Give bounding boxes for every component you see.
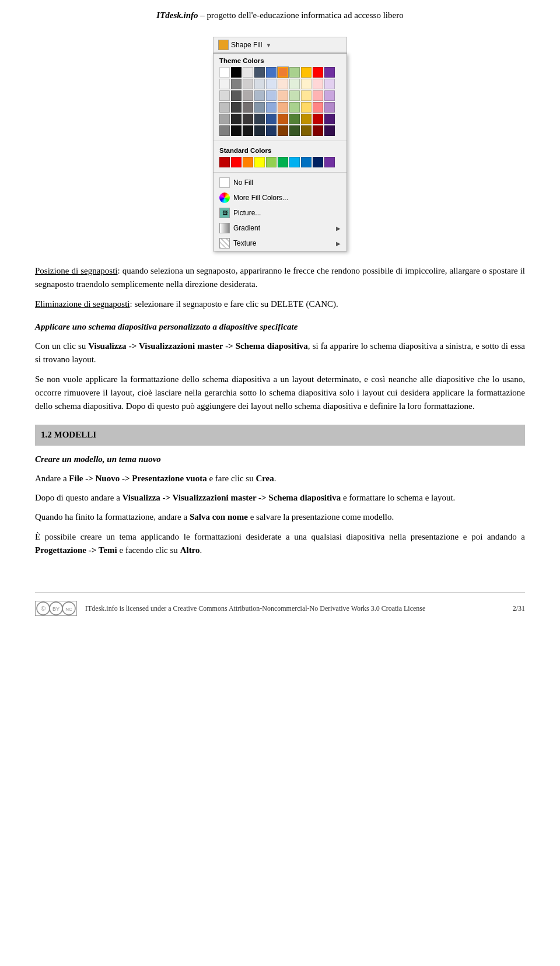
theme-color-swatch[interactable] (278, 114, 288, 124)
standard-color-swatch[interactable] (313, 157, 323, 167)
theme-color-swatch[interactable] (266, 79, 276, 89)
theme-color-swatch[interactable] (278, 67, 288, 78)
theme-color-swatch[interactable] (243, 102, 253, 113)
theme-color-swatch[interactable] (231, 114, 242, 124)
theme-color-swatch[interactable] (313, 79, 323, 89)
theme-color-swatch[interactable] (254, 79, 265, 89)
theme-color-swatch[interactable] (231, 102, 242, 113)
theme-color-swatch[interactable] (219, 79, 230, 89)
theme-color-swatch[interactable] (289, 102, 300, 113)
theme-color-swatch[interactable] (266, 90, 276, 101)
theme-color-swatch[interactable] (278, 102, 288, 113)
text-possibile-mid: e facendo clic su (117, 545, 180, 555)
text-possibile-bold2: Altro (180, 545, 200, 555)
site-name: ITdesk.info (156, 10, 198, 20)
theme-color-swatch[interactable] (219, 102, 230, 113)
shape-fill-label[interactable]: Shape Fill (231, 41, 262, 49)
more-fill-item[interactable]: More Fill Colors... (214, 190, 346, 205)
theme-color-swatch[interactable] (266, 67, 276, 78)
theme-color-swatch[interactable] (231, 90, 242, 101)
theme-color-swatch[interactable] (231, 125, 242, 136)
theme-color-swatch[interactable] (324, 79, 335, 89)
text-quando-pre: Quando ha finito la formattazione, andar… (35, 512, 190, 522)
theme-color-swatch[interactable] (219, 90, 230, 101)
theme-color-swatch[interactable] (254, 114, 265, 124)
svg-text:©: © (41, 605, 46, 612)
gradient-item[interactable]: Gradient ▶ (214, 220, 346, 236)
standard-color-swatch[interactable] (301, 157, 312, 167)
theme-color-swatch[interactable] (266, 114, 276, 124)
footer-page: 2/31 (513, 604, 525, 613)
gradient-label: Gradient (233, 224, 260, 232)
theme-color-swatch[interactable] (324, 90, 335, 101)
theme-color-swatch[interactable] (313, 102, 323, 113)
text-applicare-bold1: Visualizza -> Visualizzazioni master -> … (88, 341, 308, 351)
theme-color-swatch[interactable] (243, 90, 253, 101)
text-quando-bold: Salva con nome (190, 512, 248, 522)
theme-color-swatch[interactable] (324, 114, 335, 124)
theme-color-swatch[interactable] (301, 102, 312, 113)
theme-color-swatch[interactable] (313, 125, 323, 136)
footer-text: ITdesk.info is licensed under a Creative… (85, 604, 505, 614)
theme-color-swatch[interactable] (278, 90, 288, 101)
standard-color-swatch[interactable] (266, 157, 276, 167)
divider-2 (214, 172, 346, 173)
theme-color-swatch[interactable] (278, 125, 288, 136)
standard-color-swatch[interactable] (324, 157, 335, 167)
shape-fill-dropdown: Theme Colors Standard Colors No Fill (213, 53, 347, 251)
theme-color-swatch[interactable] (301, 79, 312, 89)
no-fill-item[interactable]: No Fill (214, 175, 346, 190)
theme-color-swatch[interactable] (313, 114, 323, 124)
theme-color-swatch[interactable] (313, 90, 323, 101)
theme-color-swatch[interactable] (313, 67, 323, 78)
theme-color-swatch[interactable] (231, 67, 242, 78)
theme-color-swatch[interactable] (254, 90, 265, 101)
para-quando: Quando ha finito la formattazione, andar… (35, 510, 525, 524)
picture-icon: 🖼 (219, 208, 230, 218)
theme-color-swatch[interactable] (324, 125, 335, 136)
theme-color-swatch[interactable] (289, 79, 300, 89)
theme-color-swatch[interactable] (219, 125, 230, 136)
texture-item[interactable]: Texture ▶ (214, 236, 346, 251)
standard-color-swatch[interactable] (278, 157, 288, 167)
theme-color-swatch[interactable] (324, 102, 335, 113)
text-andare-bold: File -> Nuovo -> Presentazione vuota (69, 474, 206, 483)
theme-color-swatch[interactable] (243, 125, 253, 136)
theme-color-swatch[interactable] (219, 114, 230, 124)
text-dopo-bold: Visualizza -> Visualizzazioni master -> … (123, 493, 341, 502)
theme-color-swatch[interactable] (266, 102, 276, 113)
theme-color-swatch[interactable] (254, 67, 265, 78)
theme-color-swatch[interactable] (301, 67, 312, 78)
dropdown-arrow-icon[interactable]: ▼ (265, 42, 271, 48)
theme-color-swatch[interactable] (301, 114, 312, 124)
standard-color-swatch[interactable] (219, 157, 230, 167)
standard-color-swatch[interactable] (243, 157, 253, 167)
standard-color-swatch[interactable] (254, 157, 265, 167)
theme-color-swatch[interactable] (243, 79, 253, 89)
theme-color-swatch[interactable] (243, 67, 253, 78)
gradient-icon (219, 223, 230, 233)
theme-color-swatch[interactable] (231, 79, 242, 89)
text-quando-post: e salvare la presentazione come modello. (248, 512, 394, 522)
theme-color-swatch[interactable] (289, 125, 300, 136)
texture-icon (219, 238, 230, 249)
theme-color-swatch[interactable] (289, 67, 300, 78)
theme-color-swatch[interactable] (254, 125, 265, 136)
standard-color-swatch[interactable] (289, 157, 300, 167)
theme-color-swatch[interactable] (243, 114, 253, 124)
theme-color-swatch[interactable] (266, 125, 276, 136)
standard-color-swatch[interactable] (231, 157, 242, 167)
theme-color-swatch[interactable] (219, 67, 230, 78)
text-dopo-pre: Dopo di questo andare a (35, 493, 123, 502)
theme-color-swatch[interactable] (254, 102, 265, 113)
theme-color-swatch[interactable] (278, 79, 288, 89)
theme-color-swatch[interactable] (289, 114, 300, 124)
text-andare-end: . (274, 474, 276, 483)
theme-color-swatch[interactable] (324, 67, 335, 78)
theme-color-swatch[interactable] (289, 90, 300, 101)
para-andare: Andare a File -> Nuovo -> Presentazione … (35, 472, 525, 485)
picture-item[interactable]: 🖼 Picture... (214, 205, 346, 220)
theme-color-swatch[interactable] (301, 90, 312, 101)
theme-color-swatch[interactable] (301, 125, 312, 136)
theme-colors-grid (214, 66, 346, 138)
